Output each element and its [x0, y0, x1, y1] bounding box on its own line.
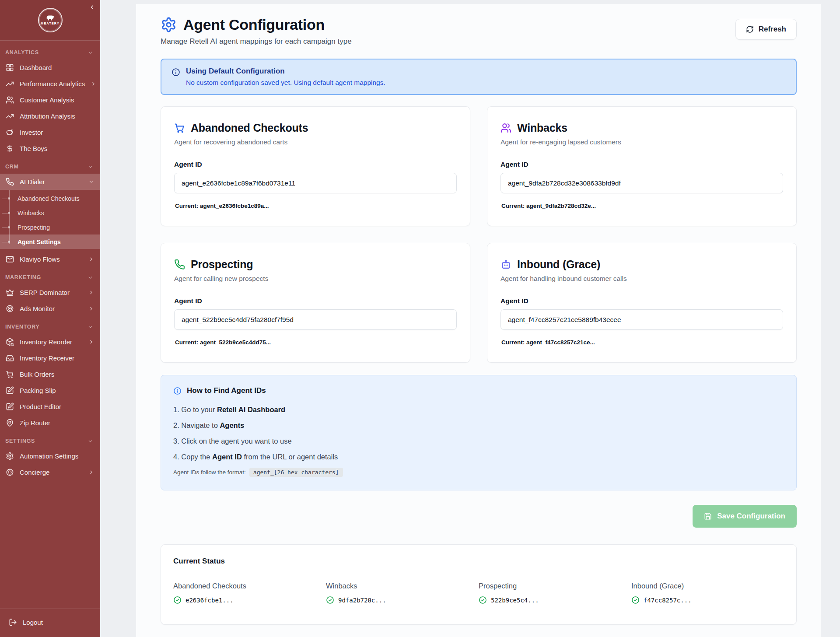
- check-circle-icon: [173, 596, 182, 604]
- sidebar-subitem-abandoned-checkouts[interactable]: Abandoned Checkouts: [0, 191, 100, 206]
- howto-step-4: 4. Copy the Agent ID from the URL or age…: [173, 453, 784, 461]
- sidebar-item-investor[interactable]: Investor: [0, 124, 100, 140]
- chevron-right-icon: [91, 81, 96, 87]
- sidebar-item-zip-router[interactable]: Zip Router: [0, 415, 100, 431]
- sidebar-item-ads-monitor[interactable]: Ads Monitor: [0, 301, 100, 317]
- logout-button[interactable]: Logout: [0, 609, 100, 637]
- users-icon: [500, 122, 511, 133]
- status-agent-id: f47cc8257c...: [644, 597, 692, 604]
- sidebar-item-label: Inventory Receiver: [20, 354, 74, 362]
- brand-logo: MEATERY: [38, 8, 63, 32]
- sidebar-item-label: Investor: [20, 129, 43, 136]
- sidebar-item-dashboard[interactable]: Dashboard: [0, 60, 100, 76]
- status-agent-id: e2636fcbe1...: [186, 597, 234, 604]
- concierge-icon: [6, 468, 14, 476]
- trending-up-icon: [6, 112, 14, 120]
- chevron-down-icon: [88, 179, 94, 185]
- sidebar-item-label: Zip Router: [20, 419, 50, 427]
- sidebar-item-concierge[interactable]: Concierge: [0, 464, 100, 480]
- current-status-card: Current Status Abandoned Checkouts e2636…: [161, 544, 797, 625]
- agent-id-input[interactable]: [500, 309, 783, 330]
- sidebar-item-label: Inventory Reorder: [20, 338, 72, 346]
- chevron-right-icon: [88, 290, 94, 295]
- agent-id-format-line: Agent IDs follow the format: agent_[26 h…: [173, 468, 784, 477]
- refresh-button[interactable]: Refresh: [735, 19, 797, 40]
- sidebar-item-ai-dialer[interactable]: AI Dialer: [0, 174, 100, 190]
- refresh-label: Refresh: [759, 25, 786, 34]
- sidebar-item-klaviyo-flows[interactable]: Klaviyo Flows: [0, 251, 100, 267]
- chevron-left-icon: [89, 4, 95, 10]
- nav-section-crm[interactable]: CRM: [0, 159, 100, 174]
- nav-section-label: MARKETING: [5, 274, 41, 280]
- sidebar-item-performance-analytics[interactable]: Performance Analytics: [0, 76, 100, 92]
- nav-section-label: SETTINGS: [5, 438, 35, 444]
- agent-id-label: Agent ID: [500, 297, 783, 305]
- agent-id-input[interactable]: [174, 173, 457, 193]
- agent-id-input[interactable]: [174, 309, 457, 330]
- sidebar-item-product-editor[interactable]: Product Editor: [0, 399, 100, 415]
- sidebar-item-label: Dashboard: [20, 64, 52, 71]
- users-icon: [6, 96, 14, 104]
- sidebar-item-label: Automation Settings: [20, 452, 78, 460]
- howto-steps: 1. Go to your Retell AI Dashboard 2. Nav…: [173, 406, 784, 461]
- sidebar-subitem-winbacks[interactable]: Winbacks: [0, 206, 100, 220]
- agent-card-description: Agent for recovering abandoned carts: [174, 138, 457, 146]
- howto-step-3: 3. Click on the agent you want to use: [173, 437, 784, 445]
- target-icon: [6, 304, 14, 313]
- piggy-bank-icon: [6, 128, 14, 136]
- step-text: 3. Click on the agent you want to use: [173, 437, 292, 445]
- howto-box: How to Find Agent IDs 1. Go to your Rete…: [161, 375, 797, 490]
- sidebar-item-inventory-receiver[interactable]: Inventory Receiver: [0, 350, 100, 366]
- nav-section-settings[interactable]: SETTINGS: [0, 434, 100, 448]
- check-circle-icon: [479, 596, 487, 604]
- sidebar-subitem-agent-settings[interactable]: Agent Settings: [0, 234, 100, 249]
- sidebar-item-customer-analysis[interactable]: Customer Analysis: [0, 92, 100, 108]
- sidebar-footer: Logout: [0, 609, 100, 637]
- nav-section-analytics[interactable]: ANALYTICS: [0, 45, 100, 60]
- sidebar-item-label: Customer Analysis: [20, 96, 74, 104]
- status-grid: Abandoned Checkouts e2636fcbe1... Winbac…: [173, 582, 784, 604]
- sidebar-subitem-label: Winbacks: [18, 210, 44, 217]
- save-icon: [704, 512, 712, 520]
- status-label: Prospecting: [479, 582, 631, 590]
- nav-section-marketing[interactable]: MARKETING: [0, 270, 100, 284]
- sidebar-item-the-boys[interactable]: The Boys: [0, 140, 100, 157]
- sidebar-item-label: Klaviyo Flows: [20, 256, 60, 263]
- step-text-bold: Retell AI Dashboard: [217, 406, 285, 413]
- sidebar-subitem-prospecting[interactable]: Prospecting: [0, 220, 100, 234]
- status-item-inbound-grace: Inbound (Grace) f47cc8257c...: [631, 582, 784, 604]
- sidebar-item-label: SERP Dominator: [20, 289, 70, 296]
- agent-id-input[interactable]: [500, 173, 783, 193]
- sidebar-item-inventory-reorder[interactable]: Inventory Reorder: [0, 334, 100, 350]
- status-item-winbacks: Winbacks 9dfa2b728c...: [326, 582, 479, 604]
- agent-card-description: Agent for handling inbound customer call…: [500, 275, 783, 283]
- bull-icon: [46, 15, 55, 21]
- edit-icon: [6, 386, 14, 395]
- trending-up-icon: [6, 80, 14, 88]
- agent-card-title: Inbound (Grace): [517, 258, 600, 271]
- chevron-down-icon: [88, 164, 93, 170]
- step-text: 2. Navigate to: [173, 421, 220, 429]
- status-label: Abandoned Checkouts: [173, 582, 326, 590]
- sidebar-item-serp-dominator[interactable]: SERP Dominator: [0, 284, 100, 301]
- check-circle-icon: [631, 596, 640, 604]
- page-title: Agent Configuration: [183, 16, 325, 33]
- dollar-sign-icon: [6, 144, 14, 153]
- chevron-right-icon: [88, 256, 94, 262]
- sidebar-collapse-button[interactable]: [88, 3, 96, 13]
- sidebar-item-label: Ads Monitor: [20, 305, 55, 312]
- agent-cards-grid: Abandoned Checkouts Agent for recovering…: [161, 106, 797, 363]
- sidebar-item-packing-slip[interactable]: Packing Slip: [0, 382, 100, 399]
- sidebar-header: MEATERY: [0, 0, 100, 41]
- sidebar-item-attribution-analysis[interactable]: Attribution Analysis: [0, 108, 100, 124]
- sidebar-item-automation-settings[interactable]: Automation Settings: [0, 448, 100, 464]
- sidebar-item-bulk-orders[interactable]: Bulk Orders: [0, 366, 100, 382]
- save-configuration-button[interactable]: Save Configuration: [693, 505, 797, 528]
- banner-title: Using Default Configuration: [186, 67, 385, 76]
- nav-section-inventory[interactable]: INVENTORY: [0, 319, 100, 334]
- map-pin-icon: [6, 419, 14, 427]
- sidebar-item-label: AI Dialer: [20, 178, 45, 186]
- agent-card-winbacks: Winbacks Agent for re-engaging lapsed cu…: [487, 106, 797, 226]
- sidebar-item-label: The Boys: [20, 145, 47, 152]
- agent-card-abandoned-checkouts: Abandoned Checkouts Agent for recovering…: [161, 106, 470, 226]
